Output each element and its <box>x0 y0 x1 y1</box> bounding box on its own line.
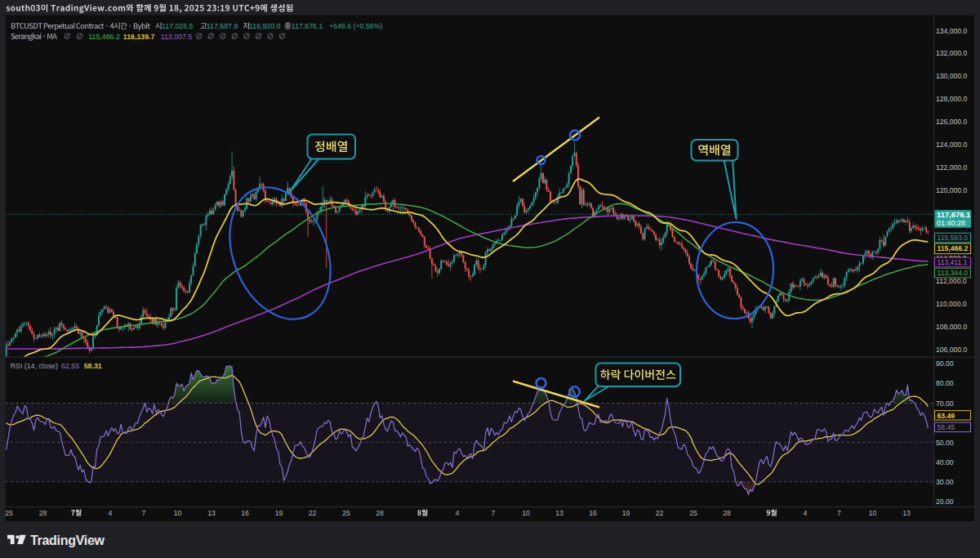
svg-text:113,411.1: 113,411.1 <box>938 258 968 266</box>
svg-text:7: 7 <box>142 509 146 517</box>
svg-text:117,026.5: 117,026.5 <box>162 22 194 30</box>
svg-text:10: 10 <box>869 509 877 517</box>
svg-text:116,920.0: 116,920.0 <box>249 22 281 30</box>
svg-text:19: 19 <box>275 509 283 517</box>
svg-text:25: 25 <box>342 509 350 517</box>
svg-text:63.49: 63.49 <box>938 412 956 420</box>
svg-text:30.00: 30.00 <box>936 478 954 486</box>
svg-text:7: 7 <box>837 509 841 517</box>
svg-text:4: 4 <box>804 509 808 517</box>
svg-text:116,139.7: 116,139.7 <box>123 33 155 41</box>
svg-text:13: 13 <box>207 509 216 517</box>
svg-text:62.55: 62.55 <box>61 362 79 370</box>
svg-text:7: 7 <box>492 509 496 517</box>
svg-text:+649.6 (+0.56%): +649.6 (+0.56%) <box>329 22 383 30</box>
svg-text:28: 28 <box>376 509 384 517</box>
svg-text:28: 28 <box>39 509 47 517</box>
svg-text:117,676.1: 117,676.1 <box>937 210 970 219</box>
svg-text:19: 19 <box>622 509 630 517</box>
svg-text:124,000.0: 124,000.0 <box>936 141 967 149</box>
svg-text:01:40:28: 01:40:28 <box>937 219 965 227</box>
svg-text:70.00: 70.00 <box>936 400 954 408</box>
svg-text:115,593.0: 115,593.0 <box>938 234 969 242</box>
svg-text:13: 13 <box>555 509 564 517</box>
svg-text:117,687.9: 117,687.9 <box>207 22 238 30</box>
svg-text:4: 4 <box>456 509 460 517</box>
svg-text:4: 4 <box>109 509 113 517</box>
svg-text:28: 28 <box>723 509 731 517</box>
svg-text:TradingView: TradingView <box>30 533 105 547</box>
svg-text:25: 25 <box>689 509 697 517</box>
svg-text:90.00: 90.00 <box>936 359 954 368</box>
svg-text:16: 16 <box>589 509 597 517</box>
svg-text:115,486.2: 115,486.2 <box>88 33 120 41</box>
svg-text:RSI (14, close): RSI (14, close) <box>11 362 58 370</box>
svg-text:130,000.0: 130,000.0 <box>936 72 967 80</box>
svg-text:108,000.0: 108,000.0 <box>936 323 967 331</box>
svg-text:22: 22 <box>656 509 664 517</box>
svg-text:20.00: 20.00 <box>936 498 954 506</box>
svg-text:132,000.0: 132,000.0 <box>936 49 967 57</box>
svg-text:112,000.0: 112,000.0 <box>936 277 967 285</box>
svg-text:16: 16 <box>241 509 249 517</box>
svg-text:134,000.0: 134,000.0 <box>936 27 967 35</box>
svg-text:10: 10 <box>522 509 530 517</box>
svg-text:122,000.0: 122,000.0 <box>936 163 967 172</box>
svg-text:58.45: 58.45 <box>938 423 956 431</box>
svg-text:110,000.0: 110,000.0 <box>936 300 967 308</box>
svg-text:115,466.2: 115,466.2 <box>938 244 969 252</box>
svg-text:25: 25 <box>5 509 13 517</box>
svg-text:13: 13 <box>902 509 911 517</box>
svg-text:80.00: 80.00 <box>936 379 954 387</box>
svg-text:117,676.1: 117,676.1 <box>292 22 323 30</box>
svg-text:113,007.5: 113,007.5 <box>161 33 193 41</box>
svg-text:113,344.0: 113,344.0 <box>938 269 969 277</box>
svg-text:10: 10 <box>174 509 182 517</box>
svg-text:120,000.0: 120,000.0 <box>936 186 967 194</box>
svg-text:50.00: 50.00 <box>936 439 954 447</box>
svg-text:40.00: 40.00 <box>936 458 954 466</box>
svg-text:128,000.0: 128,000.0 <box>936 95 967 103</box>
svg-text:106,000.0: 106,000.0 <box>936 346 967 354</box>
svg-text:126,000.0: 126,000.0 <box>936 118 967 126</box>
svg-text:58.31: 58.31 <box>84 362 102 370</box>
svg-text:22: 22 <box>309 509 317 517</box>
